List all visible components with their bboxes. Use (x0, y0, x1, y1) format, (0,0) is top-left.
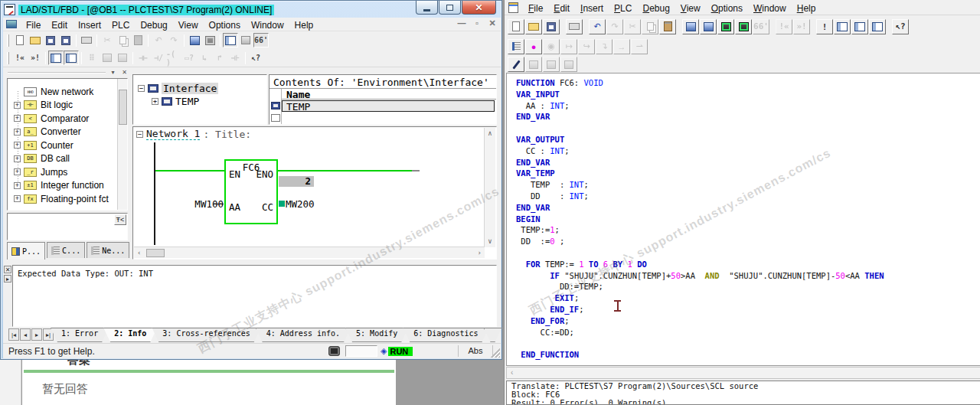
close-button[interactable]: ✕ (462, 1, 496, 15)
monitor-glasses-icon[interactable]: 66' (253, 33, 269, 47)
program-elements-pane-icon[interactable] (48, 51, 64, 65)
next-tab-button[interactable]: ▸ (31, 328, 42, 341)
tree-scrollbar-thumb[interactable] (119, 90, 127, 125)
breakpoints-active-icon[interactable]: ◉ (543, 39, 560, 54)
interface-temp-row[interactable]: + TEMP (152, 96, 199, 107)
network-collapse-icon[interactable]: − (136, 131, 143, 138)
fc6-block[interactable]: FC6 EN ENO AA CC (224, 159, 278, 224)
compile-all-icon[interactable] (700, 19, 717, 34)
menu-file[interactable]: File (523, 2, 548, 15)
next-error-icon[interactable]: »! (28, 51, 43, 65)
go-to-icon[interactable] (187, 33, 202, 47)
contents-row-temp[interactable]: TEMP (282, 100, 495, 112)
cut-icon[interactable]: ✂ (100, 33, 115, 47)
menu-options[interactable]: Options (706, 2, 748, 15)
open-icon[interactable] (525, 19, 542, 34)
redo-icon[interactable]: ↷ (166, 33, 181, 47)
symbol-info-icon[interactable] (238, 33, 253, 47)
save-icon[interactable] (58, 33, 74, 47)
expand-icon[interactable]: + (14, 142, 21, 149)
output-operand[interactable]: MW200 (286, 198, 315, 210)
context-help-icon[interactable]: ↖? (248, 51, 263, 65)
menu-edit[interactable]: Edit (548, 2, 575, 15)
symbol-table-icon[interactable] (115, 51, 130, 65)
maximize-button[interactable] (439, 1, 461, 15)
expand-icon[interactable]: + (14, 115, 21, 122)
clear-bookmarks-icon[interactable] (560, 57, 577, 72)
new-icon[interactable] (12, 33, 28, 47)
statement-list-icon[interactable] (508, 39, 524, 54)
message-tab-5-modify[interactable]: 5: Modify (345, 328, 408, 342)
print-icon[interactable] (566, 19, 583, 34)
tree-item-converter[interactable]: +a_Converter (8, 126, 115, 139)
scroll-up-icon[interactable]: ∧ (485, 129, 495, 137)
sidebar-dropdown-button[interactable]: ▾ (108, 68, 118, 77)
step-out-icon[interactable]: → (613, 39, 630, 54)
scroll-right-icon[interactable]: › (478, 249, 482, 256)
message-tab-1-error[interactable]: 1: Error (51, 328, 109, 342)
open-branch-icon[interactable]: ↳ (197, 51, 212, 65)
expand-icon[interactable]: + (14, 129, 21, 136)
mdi-document-icon[interactable] (6, 20, 17, 28)
expand-icon[interactable]: + (14, 182, 21, 189)
compile-icon[interactable] (682, 19, 699, 34)
network-horizontal-scrollbar[interactable]: ‹ › (134, 247, 485, 258)
bookmark-icon[interactable] (525, 57, 542, 72)
tree-item-jumps[interactable]: +_rJumps (8, 165, 115, 179)
tree-item-floating-point-fct[interactable]: +fxFloating-point fct (8, 192, 115, 206)
tree-item-bit-logic[interactable]: +⊣⊢Bit logic (8, 99, 115, 113)
undo-icon[interactable]: ↶ (151, 33, 166, 47)
step-over-icon[interactable]: ↪ (578, 39, 595, 54)
sidebar-tab-p[interactable]: P... (7, 242, 45, 260)
empty-box-icon[interactable]: ▭? (181, 51, 197, 65)
previous-error-icon[interactable]: !« (776, 19, 792, 34)
context-help-icon[interactable]: ↖? (892, 19, 909, 34)
download-all-icon[interactable] (735, 19, 752, 34)
mdi-minimize-button[interactable]: — (456, 18, 467, 28)
code-horizontal-scrollbar[interactable]: ‹ (506, 367, 980, 379)
message-pin-button[interactable]: ▸ (4, 275, 11, 283)
scroll-left-icon[interactable]: ‹ (511, 368, 513, 377)
menu-window[interactable]: Window (246, 19, 289, 31)
program-elements-icon[interactable] (100, 51, 115, 65)
detail-view-icon[interactable] (64, 51, 79, 65)
first-tab-button[interactable]: |◂ (8, 328, 19, 341)
errors-only-icon[interactable]: ! (816, 19, 833, 34)
expand-icon[interactable]: + (14, 102, 21, 109)
title-bar[interactable]: LAD/STL/FBD - [@OB1 -- PLCTEST\S7 Progra… (4, 2, 274, 17)
normally-closed-contact-icon[interactable]: ⊣/ (151, 51, 166, 65)
expand-icon[interactable]: + (152, 98, 158, 105)
paste-icon[interactable] (659, 19, 676, 34)
menu-help[interactable]: Help (792, 2, 822, 15)
network-editor[interactable]: − Network 1 : Title: FC6 EN ENO AA CC MW… (132, 126, 497, 260)
scroll-down-icon[interactable]: ∨ (485, 237, 495, 245)
toolbar-handle[interactable] (7, 34, 9, 47)
overview-expand-button[interactable]: Ŧ< (114, 214, 126, 225)
tree-item-counter[interactable]: ++1Counter (8, 139, 115, 152)
scl-code-editor[interactable]: FUNCTION FC6: VOIDVAR_INPUT AA : INT;END… (506, 73, 980, 366)
message-tab-3-cross-references[interactable]: 3: Cross-references (152, 328, 260, 342)
menu-debug[interactable]: Debug (135, 19, 172, 31)
menu-window[interactable]: Window (748, 2, 792, 15)
minimize-button[interactable] (416, 1, 438, 15)
previous-error-icon[interactable]: !« (12, 51, 28, 65)
message-tab-6-diagnostics[interactable]: 6: Diagnostics (403, 328, 488, 342)
menu-debug[interactable]: Debug (637, 2, 675, 15)
cascade-windows-icon[interactable] (834, 19, 851, 34)
undo-icon[interactable]: ↶ (589, 19, 606, 34)
copy-icon[interactable] (642, 19, 658, 34)
message-tab-2-info[interactable]: 2: Info (103, 328, 157, 342)
prev-tab-button[interactable]: ◂ (20, 328, 31, 341)
pen-icon[interactable] (508, 57, 524, 72)
tile-horizontal-icon[interactable] (851, 19, 868, 34)
menu-edit[interactable]: Edit (46, 19, 73, 31)
copy-icon[interactable] (115, 33, 130, 47)
message-close-button[interactable]: ✕ (4, 266, 11, 273)
monitor-glasses-icon[interactable]: 66' (753, 19, 769, 34)
step-into-icon[interactable]: ↴ (596, 39, 612, 54)
menu-view[interactable]: View (173, 19, 204, 31)
redo-icon[interactable]: ↷ (606, 19, 623, 34)
online-icon[interactable] (43, 33, 58, 47)
normally-open-contact-icon[interactable]: ⊣⊢ (136, 51, 151, 65)
menu-view[interactable]: View (675, 2, 706, 15)
